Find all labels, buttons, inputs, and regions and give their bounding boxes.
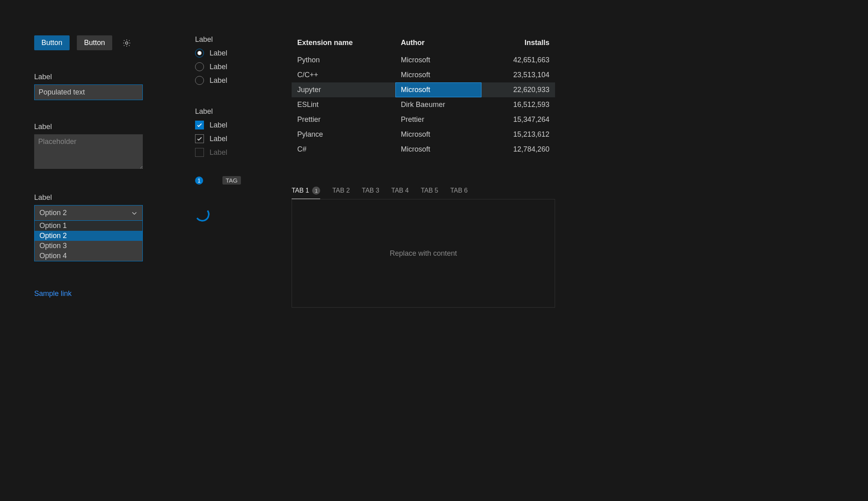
tab-label: TAB 6 xyxy=(450,187,467,194)
button-row: Button Button xyxy=(34,35,155,50)
radio-option[interactable]: Label xyxy=(195,62,276,71)
tab[interactable]: TAB 6 xyxy=(450,184,467,199)
sample-link[interactable]: Sample link xyxy=(34,290,72,298)
checkbox-option[interactable]: Label xyxy=(195,134,276,143)
radio-icon xyxy=(195,49,204,57)
select-group: Label Option 2 Option 1Option 2Option 3O… xyxy=(34,193,155,261)
radio-label: Label xyxy=(210,63,227,71)
select-dropdown: Option 1Option 2Option 3Option 4 xyxy=(34,221,143,261)
cell-installs[interactable]: 23,513,104 xyxy=(481,68,555,82)
col-extension-name[interactable]: Extension name xyxy=(292,35,395,53)
tab-label: TAB 2 xyxy=(332,187,350,194)
cell-author[interactable]: Microsoft xyxy=(395,53,481,68)
checkbox-option: Label xyxy=(195,148,276,157)
extensions-table: Extension name Author Installs PythonMic… xyxy=(292,35,555,157)
cell-installs[interactable]: 16,512,593 xyxy=(481,97,555,112)
radio-label: Label xyxy=(210,49,227,57)
tab[interactable]: TAB 2 xyxy=(332,184,350,199)
gear-icon xyxy=(122,39,131,47)
textarea-group: Label xyxy=(34,123,155,171)
textarea-label: Label xyxy=(34,123,155,131)
radio-icon xyxy=(195,76,204,85)
tab[interactable]: TAB 5 xyxy=(421,184,438,199)
svg-point-0 xyxy=(125,42,128,44)
cell-installs[interactable]: 12,784,260 xyxy=(481,142,555,157)
tag: TAG xyxy=(222,176,241,185)
col-author[interactable]: Author xyxy=(395,35,481,53)
checkbox-option[interactable]: Label xyxy=(195,121,276,129)
checkbox-label: Label xyxy=(210,148,227,157)
cell-extension-name[interactable]: C# xyxy=(292,142,395,157)
cell-extension-name[interactable]: Pylance xyxy=(292,127,395,142)
chevron-down-icon xyxy=(131,210,138,216)
select-option[interactable]: Option 3 xyxy=(35,241,142,251)
textarea[interactable] xyxy=(34,134,143,169)
tab-label: TAB 3 xyxy=(362,187,379,194)
radio-group-label: Label xyxy=(195,35,276,44)
cell-author[interactable]: Prettier xyxy=(395,112,481,127)
tab[interactable]: TAB 4 xyxy=(391,184,409,199)
loading-spinner-icon xyxy=(194,206,211,223)
checkbox-icon xyxy=(195,148,204,157)
table-row[interactable]: PythonMicrosoft42,651,663 xyxy=(292,53,555,68)
cell-author[interactable]: Microsoft xyxy=(395,68,481,82)
col-installs[interactable]: Installs xyxy=(481,35,555,53)
radio-option[interactable]: Label xyxy=(195,76,276,85)
cell-author[interactable]: Microsoft xyxy=(395,82,481,97)
table-row[interactable]: PylanceMicrosoft15,213,612 xyxy=(292,127,555,142)
count-badge: 1 xyxy=(195,177,203,185)
table-row[interactable]: C/C++Microsoft23,513,104 xyxy=(292,68,555,82)
checkbox-label: Label xyxy=(210,121,227,129)
tab-label: TAB 5 xyxy=(421,187,438,194)
checkbox-icon xyxy=(195,121,204,129)
settings-icon-button[interactable] xyxy=(119,36,134,50)
text-input[interactable] xyxy=(34,84,143,100)
cell-extension-name[interactable]: Prettier xyxy=(292,112,395,127)
radio-option[interactable]: Label xyxy=(195,49,276,57)
table-row[interactable]: ESLintDirk Baeumer16,512,593 xyxy=(292,97,555,112)
checkbox-group: Label LabelLabelLabel xyxy=(195,107,276,157)
text-input-group: Label xyxy=(34,73,155,100)
cell-author[interactable]: Dirk Baeumer xyxy=(395,97,481,112)
cell-author[interactable]: Microsoft xyxy=(395,142,481,157)
checkbox-label: Label xyxy=(210,135,227,143)
tab[interactable]: TAB 3 xyxy=(362,184,379,199)
tab-content: Replace with content xyxy=(292,199,555,308)
primary-button[interactable]: Button xyxy=(34,35,70,50)
select-label: Label xyxy=(34,193,155,202)
radio-group: Label LabelLabelLabel xyxy=(195,35,276,85)
cell-extension-name[interactable]: Python xyxy=(292,53,395,68)
secondary-button[interactable]: Button xyxy=(77,35,112,50)
table-row[interactable]: PrettierPrettier15,347,264 xyxy=(292,112,555,127)
tab-label: TAB 1 xyxy=(292,187,309,194)
select-box[interactable]: Option 2 xyxy=(34,205,143,221)
badge-tag-row: 1 TAG xyxy=(195,176,276,185)
select-value: Option 2 xyxy=(39,209,67,217)
cell-extension-name[interactable]: C/C++ xyxy=(292,68,395,82)
select-option[interactable]: Option 4 xyxy=(35,251,142,261)
radio-icon xyxy=(195,62,204,71)
select-option[interactable]: Option 1 xyxy=(35,221,142,231)
tab[interactable]: TAB 11 xyxy=(292,184,320,199)
cell-installs[interactable]: 42,651,663 xyxy=(481,53,555,68)
table-row[interactable]: C#Microsoft12,784,260 xyxy=(292,142,555,157)
cell-author[interactable]: Microsoft xyxy=(395,127,481,142)
cell-extension-name[interactable]: Jupyter xyxy=(292,82,395,97)
text-input-label: Label xyxy=(34,73,155,81)
tabs-container: TAB 11TAB 2TAB 3TAB 4TAB 5TAB 6 Replace … xyxy=(292,184,555,308)
cell-installs[interactable]: 22,620,933 xyxy=(481,82,555,97)
cell-extension-name[interactable]: ESLint xyxy=(292,97,395,112)
tab-label: TAB 4 xyxy=(391,187,409,194)
select-option[interactable]: Option 2 xyxy=(35,231,142,241)
cell-installs[interactable]: 15,213,612 xyxy=(481,127,555,142)
checkbox-icon xyxy=(195,134,204,143)
radio-label: Label xyxy=(210,76,227,85)
table-row[interactable]: JupyterMicrosoft22,620,933 xyxy=(292,82,555,97)
tab-badge: 1 xyxy=(312,187,320,195)
checkbox-group-label: Label xyxy=(195,107,276,116)
cell-installs[interactable]: 15,347,264 xyxy=(481,112,555,127)
